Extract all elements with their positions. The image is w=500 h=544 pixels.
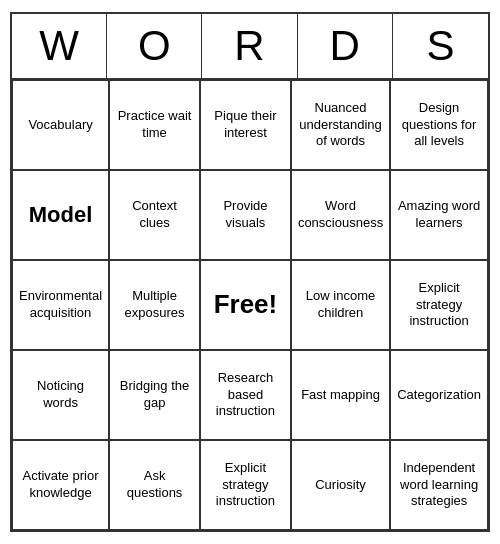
bingo-header: WORDS	[12, 14, 488, 80]
bingo-cell: Independent word learning strategies	[390, 440, 488, 530]
bingo-cell: Curiosity	[291, 440, 390, 530]
bingo-cell: Vocabulary	[12, 80, 109, 170]
header-letter: S	[393, 14, 488, 78]
header-letter: R	[202, 14, 297, 78]
bingo-cell: Provide visuals	[200, 170, 291, 260]
bingo-cell: Categorization	[390, 350, 488, 440]
bingo-cell: Nuanced understanding of words	[291, 80, 390, 170]
bingo-cell: Fast mapping	[291, 350, 390, 440]
bingo-cell: Amazing word learners	[390, 170, 488, 260]
bingo-grid: VocabularyPractice wait timePique their …	[12, 80, 488, 530]
bingo-cell: Context clues	[109, 170, 200, 260]
bingo-cell: Bridging the gap	[109, 350, 200, 440]
bingo-cell: Free!	[200, 260, 291, 350]
header-letter: D	[298, 14, 393, 78]
bingo-cell: Activate prior knowledge	[12, 440, 109, 530]
header-letter: W	[12, 14, 107, 78]
bingo-cell: Explicit strategy instruction	[200, 440, 291, 530]
bingo-cell: Multiple exposures	[109, 260, 200, 350]
bingo-card: WORDS VocabularyPractice wait timePique …	[10, 12, 490, 532]
bingo-cell: Explicit strategy instruction	[390, 260, 488, 350]
bingo-cell: Pique their interest	[200, 80, 291, 170]
bingo-cell: Noticing words	[12, 350, 109, 440]
bingo-cell: Low income children	[291, 260, 390, 350]
header-letter: O	[107, 14, 202, 78]
bingo-cell: Ask questions	[109, 440, 200, 530]
bingo-cell: Design questions for all levels	[390, 80, 488, 170]
bingo-cell: Model	[12, 170, 109, 260]
bingo-cell: Practice wait time	[109, 80, 200, 170]
bingo-cell: Research based instruction	[200, 350, 291, 440]
bingo-cell: Environmental acquisition	[12, 260, 109, 350]
bingo-cell: Word consciousness	[291, 170, 390, 260]
